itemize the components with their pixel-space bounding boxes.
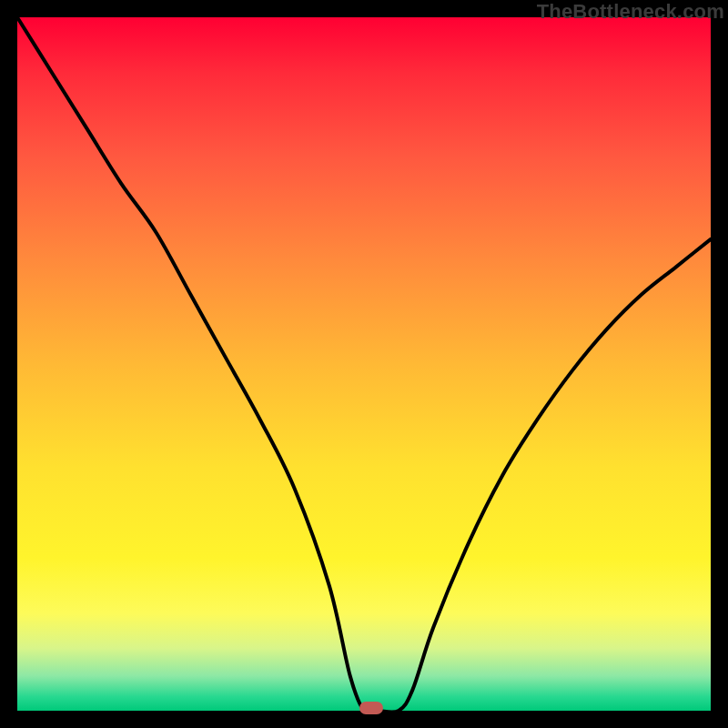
- chart-frame: [17, 17, 711, 711]
- optimal-marker: [359, 702, 383, 714]
- watermark-text: TheBottleneck.com: [537, 0, 724, 24]
- bottleneck-curve: [17, 17, 711, 711]
